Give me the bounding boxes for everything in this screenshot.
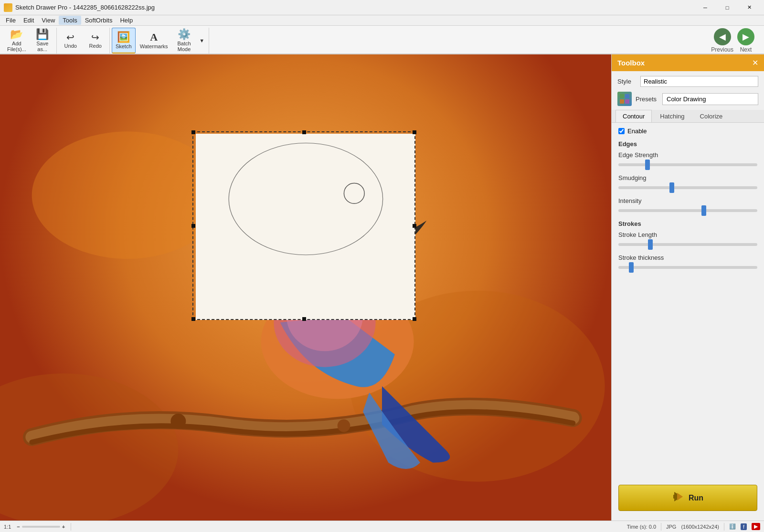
time-label: Time (s): 0.0 bbox=[627, 524, 656, 530]
tabs: Contour Hatching Colorize bbox=[612, 110, 764, 123]
stroke-thickness-slider[interactable] bbox=[618, 266, 757, 269]
zoom-slider[interactable] bbox=[22, 526, 60, 528]
zoom-plus[interactable]: + bbox=[62, 524, 65, 530]
intensity-slider[interactable] bbox=[618, 209, 757, 212]
tab-colorize[interactable]: Colorize bbox=[693, 110, 730, 122]
edge-strength-label: Edge Strength bbox=[618, 151, 757, 159]
smudging-row: Smudging bbox=[618, 174, 757, 191]
batch-mode-icon: ⚙️ bbox=[178, 29, 191, 40]
status-right-area: Time (s): 0.0 JPG (1600x1242x24) ℹ️ f ▶ bbox=[627, 523, 760, 531]
more-button[interactable]: ▼ bbox=[197, 28, 207, 53]
edge-strength-slider[interactable] bbox=[618, 163, 757, 166]
presets-select[interactable]: Color Drawing Classic Pencil Soft Sketch… bbox=[662, 93, 758, 105]
nav-area: ◀ Previous ▶ Next bbox=[209, 28, 762, 53]
add-file-button[interactable]: 📂 AddFile(s)... bbox=[4, 28, 30, 53]
undo-button[interactable]: ↩ Undo bbox=[59, 28, 83, 53]
sketch-label: Sketch bbox=[116, 43, 132, 49]
save-as-button[interactable]: 💾 Saveas... bbox=[31, 28, 54, 53]
redo-icon: ↪ bbox=[91, 32, 99, 42]
svg-rect-17 bbox=[620, 94, 624, 98]
zoom-controls: − + bbox=[17, 524, 65, 530]
stroke-length-slider[interactable] bbox=[618, 243, 757, 246]
info-icon[interactable]: ℹ️ bbox=[729, 523, 736, 530]
intensity-label: Intensity bbox=[618, 197, 757, 204]
menu-file[interactable]: File bbox=[2, 16, 20, 25]
toolbar-file-group: 📂 AddFile(s)... 💾 Saveas... bbox=[2, 28, 57, 53]
previous-nav-group: ◀ Previous bbox=[711, 28, 733, 53]
status-bar: 1:1 − + Time (s): 0.0 JPG (1600x1242x24)… bbox=[0, 521, 764, 532]
redo-button[interactable]: ↪ Redo bbox=[84, 28, 107, 53]
status-separator-1 bbox=[71, 523, 71, 531]
zoom-indicator: 1:1 bbox=[4, 524, 11, 530]
menu-softorbits[interactable]: SoftOrbits bbox=[81, 16, 117, 25]
sketch-icon: 🖼️ bbox=[117, 32, 130, 43]
youtube-icon[interactable]: ▶ bbox=[752, 523, 760, 530]
presets-row: Presets Color Drawing Classic Pencil Sof… bbox=[612, 90, 764, 110]
zoom-minus[interactable]: − bbox=[17, 524, 20, 530]
run-icon bbox=[672, 491, 684, 505]
background-image bbox=[0, 54, 611, 521]
tab-hatching[interactable]: Hatching bbox=[653, 110, 691, 122]
close-button[interactable]: ✕ bbox=[738, 0, 760, 15]
svg-marker-23 bbox=[677, 493, 683, 500]
smudging-label: Smudging bbox=[618, 174, 757, 181]
svg-rect-14 bbox=[196, 134, 416, 320]
toolbox-header: Toolbox ✕ bbox=[612, 54, 764, 71]
next-label: Next bbox=[740, 46, 752, 53]
svg-rect-19 bbox=[620, 99, 624, 104]
minimize-button[interactable]: ─ bbox=[694, 0, 716, 15]
save-icon: 💾 bbox=[36, 29, 49, 40]
batch-mode-label: BatchMode bbox=[178, 41, 191, 52]
toolbox-close-button[interactable]: ✕ bbox=[752, 58, 758, 67]
previous-button[interactable]: ◀ bbox=[714, 28, 731, 45]
menu-tools[interactable]: Tools bbox=[59, 16, 81, 25]
intensity-row: Intensity bbox=[618, 197, 757, 213]
maximize-button[interactable]: □ bbox=[716, 0, 738, 15]
undo-label: Undo bbox=[64, 43, 77, 49]
svg-point-5 bbox=[338, 419, 350, 432]
zoom-ratio: 1:1 bbox=[4, 524, 11, 530]
menu-help[interactable]: Help bbox=[116, 16, 137, 25]
style-select[interactable]: Realistic Pencil Charcoal Color Pencil bbox=[640, 76, 758, 87]
previous-label: Previous bbox=[711, 46, 733, 53]
resolution-label: (1600x1242x24) bbox=[681, 524, 719, 530]
add-file-icon: 📂 bbox=[10, 29, 23, 40]
stroke-thickness-row: Stroke thickness bbox=[618, 254, 757, 270]
stroke-thickness-label: Stroke thickness bbox=[618, 254, 757, 261]
window-controls: ─ □ ✕ bbox=[694, 0, 760, 15]
tab-contour[interactable]: Contour bbox=[615, 110, 652, 122]
toolbar-tools-group: 🖼️ Sketch A Watermarks ⚙️ BatchMode ▼ bbox=[110, 28, 209, 53]
sketch-button[interactable]: 🖼️ Sketch bbox=[112, 28, 136, 53]
run-button[interactable]: Run bbox=[618, 485, 757, 511]
watermarks-icon: A bbox=[150, 32, 158, 43]
run-label: Run bbox=[689, 494, 703, 502]
watermarks-button[interactable]: A Watermarks bbox=[137, 28, 171, 53]
stroke-length-row: Stroke Length bbox=[618, 231, 757, 247]
toolbox-title: Toolbox bbox=[617, 59, 645, 67]
app-title: Sketch Drawer Pro - 1442285_80661628222s… bbox=[15, 4, 694, 11]
enable-label[interactable]: Enable bbox=[627, 128, 647, 135]
tab-content: Enable Edges Edge Strength Smudging Inte… bbox=[612, 123, 764, 305]
presets-label: Presets bbox=[636, 96, 658, 103]
svg-point-1 bbox=[32, 131, 223, 259]
facebook-icon[interactable]: f bbox=[741, 523, 747, 530]
toolbar-edit-group: ↩ Undo ↪ Redo bbox=[57, 28, 110, 53]
enable-row: Enable bbox=[618, 128, 757, 135]
main-area: Toolbox ✕ Style Realistic Pencil Charcoa… bbox=[0, 54, 764, 521]
smudging-slider[interactable] bbox=[618, 186, 757, 189]
next-button[interactable]: ▶ bbox=[737, 28, 754, 45]
canvas-area[interactable] bbox=[0, 54, 611, 521]
edge-strength-row: Edge Strength bbox=[618, 151, 757, 168]
menu-edit[interactable]: Edit bbox=[20, 16, 38, 25]
menu-view[interactable]: View bbox=[38, 16, 59, 25]
batch-mode-button[interactable]: ⚙️ BatchMode bbox=[172, 28, 196, 53]
svg-point-4 bbox=[170, 414, 186, 429]
redo-label: Redo bbox=[89, 43, 102, 49]
edges-section-title: Edges bbox=[618, 140, 757, 148]
style-label: Style bbox=[617, 78, 637, 85]
title-bar: Sketch Drawer Pro - 1442285_80661628222s… bbox=[0, 0, 764, 15]
menu-bar: File Edit View Tools SoftOrbits Help bbox=[0, 15, 764, 26]
enable-checkbox[interactable] bbox=[618, 128, 625, 134]
more-icon: ▼ bbox=[199, 38, 204, 43]
svg-rect-22 bbox=[673, 495, 676, 499]
